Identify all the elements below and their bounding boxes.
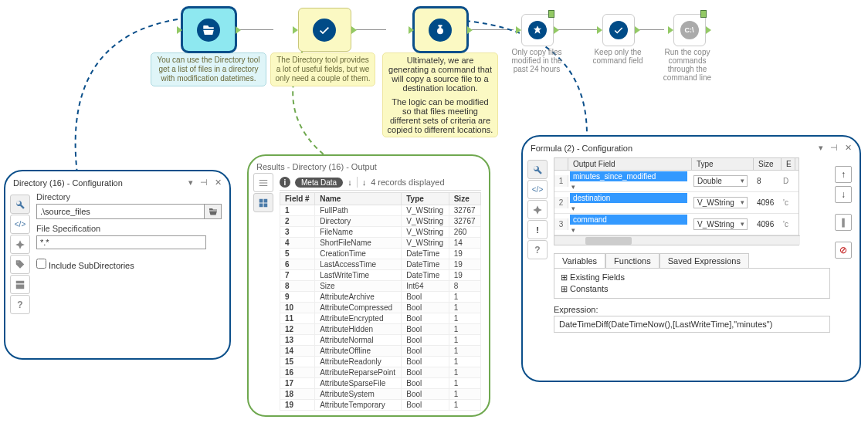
slash-button[interactable]: ∥ (835, 214, 852, 231)
panel-pin-icon[interactable]: ⊣ (200, 178, 208, 187)
sidetab-wrench-icon[interactable] (527, 160, 548, 179)
input-file-spec[interactable] (36, 235, 206, 249)
size-cell[interactable]: 4096 (754, 198, 782, 208)
horizontal-scrollbar[interactable] (554, 235, 800, 245)
tool-run-command[interactable]: C:\ (673, 14, 706, 46)
size-cell[interactable]: 4096 (754, 219, 782, 229)
tree-existing-fields[interactable]: ⊞ Existing Fields (561, 272, 823, 283)
annotation-formula-bottom: The logic can be modified so that files … (386, 97, 494, 134)
results-col-header[interactable]: Field # (280, 193, 315, 205)
panel-menu-icon[interactable]: ▾ (188, 178, 193, 187)
results-col-header[interactable]: Name (315, 193, 402, 205)
table-row[interactable]: 9AttributeArchiveBool1 (280, 292, 481, 303)
annotation-directory[interactable]: You can use the Directory tool get a lis… (151, 52, 266, 86)
panel-pin-icon[interactable]: ⊣ (830, 143, 838, 152)
output-field-select[interactable]: command (570, 215, 687, 225)
annotation-formula-top: Ultimately, we are generating a command … (386, 56, 494, 93)
tool-directory[interactable] (182, 8, 236, 52)
formula-row[interactable]: 1minutes_since_modified▾Double8D (554, 171, 798, 192)
table-row[interactable]: 15AttributeReadonlyBool1 (280, 357, 481, 367)
arrow-down-icon[interactable]: ↓ (348, 178, 352, 187)
meta-data-badge[interactable]: Meta Data (295, 178, 343, 188)
table-row[interactable]: 4ShortFileNameV_WString14 (280, 238, 481, 249)
sidetab-nav-icon[interactable] (10, 235, 30, 254)
label-run-command: Run the copy commands through the comman… (660, 48, 714, 82)
panel-close-icon[interactable]: ✕ (845, 143, 852, 152)
table-row[interactable]: 10AttributeCompressedBool1 (280, 303, 481, 313)
tool-formula[interactable] (414, 8, 467, 52)
sidetab-box-icon[interactable] (10, 275, 30, 294)
e-cell: 'c (782, 219, 795, 229)
annotation-formula[interactable]: Ultimately, we are generating a command … (382, 52, 498, 137)
info-icon: i (280, 177, 290, 188)
col-e[interactable]: E (782, 158, 795, 170)
panel-formula-config: Formula (2) - Configuration ▾ ⊣ ✕ </> ! … (521, 135, 861, 382)
formula-grid: Output Field Type Size E 1minutes_since_… (554, 157, 799, 245)
size-cell[interactable]: 8 (754, 176, 782, 186)
annotation-select-1[interactable]: The Directory tool provides a lot of use… (270, 52, 375, 86)
table-row[interactable]: 17AttributeSparseFileBool1 (280, 378, 481, 389)
filter-icon (528, 21, 547, 39)
variables-tree[interactable]: ⊞ Existing Fields ⊞ Constants (554, 269, 830, 299)
col-size[interactable]: Size (754, 158, 782, 170)
table-row[interactable]: 11AttributeEncryptedBool1 (280, 313, 481, 324)
directory-icon (197, 19, 220, 42)
arrow-down-icon-2[interactable]: ↓ (362, 178, 367, 187)
sidetab-tag-icon[interactable] (10, 255, 30, 274)
table-row[interactable]: 7LastWriteTimeDateTime19 (280, 270, 481, 281)
label-include-sub: Include SubDirectories (49, 261, 134, 270)
col-output-field[interactable]: Output Field (568, 158, 692, 170)
table-row[interactable]: 16AttributeReparsePointBool1 (280, 367, 481, 378)
results-col-header[interactable]: Size (449, 193, 480, 205)
sidetab-help-icon[interactable]: ? (527, 240, 548, 259)
table-row[interactable]: 19AttributeTemporaryBool1 (280, 400, 481, 411)
sidetab-nav-icon[interactable] (527, 200, 548, 219)
table-row[interactable]: 1FullPathV_WString32767 (280, 205, 481, 216)
label-file-spec: File Specification (36, 224, 222, 233)
sidetab-alert-icon[interactable]: ! (527, 220, 548, 239)
sidetab-help-icon[interactable]: ? (10, 295, 30, 314)
panel-menu-icon[interactable]: ▾ (819, 143, 823, 152)
results-col-header[interactable]: Type (402, 193, 449, 205)
table-row[interactable]: 13AttributeNormalBool1 (280, 335, 481, 346)
expression-editor[interactable]: DateTimeDiff(DateTimeNow(),[LastWriteTim… (554, 316, 830, 333)
move-down-button[interactable]: ↓ (835, 186, 852, 203)
sidetab-xml-icon[interactable]: </> (527, 180, 548, 199)
sidetab-xml-icon[interactable]: </> (10, 215, 30, 234)
table-row[interactable]: 6LastAccessTimeDateTime19 (280, 259, 481, 270)
label-directory: Directory (36, 192, 222, 201)
table-row[interactable]: 3FileNameV_WString260 (280, 227, 481, 238)
table-row[interactable]: 8SizeInt648 (280, 281, 481, 292)
results-sidetab-list-icon[interactable] (253, 173, 273, 192)
select-icon (313, 19, 336, 42)
browse-button[interactable] (205, 204, 222, 219)
tool-filter[interactable] (521, 14, 554, 46)
table-row[interactable]: 2DirectoryV_WString32767 (280, 216, 481, 227)
type-select[interactable]: V_WString (693, 218, 748, 230)
delete-row-button[interactable]: ⊘ (835, 242, 852, 259)
move-up-button[interactable]: ↑ (835, 166, 852, 183)
table-row[interactable]: 5CreationTimeDateTime19 (280, 249, 481, 259)
table-row[interactable]: 14AttributeOfflineBool1 (280, 346, 481, 357)
formula-row[interactable]: 2destination▾V_WString4096'c (554, 192, 798, 214)
output-field-select[interactable]: minutes_since_modified (570, 171, 687, 181)
table-row[interactable]: 18AttributeSystemBool1 (280, 389, 481, 400)
output-field-select[interactable]: destination (570, 193, 687, 203)
tab-functions[interactable]: Functions (605, 253, 659, 268)
tab-saved-expressions[interactable]: Saved Expressions (659, 253, 749, 268)
tree-constants[interactable]: ⊞ Constants (561, 283, 823, 295)
type-select[interactable]: Double (693, 175, 748, 187)
sidetab-wrench-icon[interactable] (10, 195, 30, 214)
results-sidetab-grid-icon[interactable] (253, 193, 273, 212)
panel-directory-config: Directory (16) - Configuration ▾ ⊣ ✕ </>… (4, 170, 231, 360)
input-directory[interactable] (36, 204, 205, 219)
tool-select-1[interactable] (298, 8, 351, 52)
tab-variables[interactable]: Variables (554, 253, 605, 268)
panel-close-icon[interactable]: ✕ (215, 178, 222, 187)
tool-select-2[interactable] (602, 14, 635, 46)
table-row[interactable]: 12AttributeHiddenBool1 (280, 324, 481, 335)
checkbox-include-sub[interactable] (36, 259, 46, 269)
formula-row[interactable]: 3command▾V_WString4096'c (554, 214, 798, 235)
col-type[interactable]: Type (692, 158, 754, 170)
type-select[interactable]: V_WString (693, 197, 748, 208)
